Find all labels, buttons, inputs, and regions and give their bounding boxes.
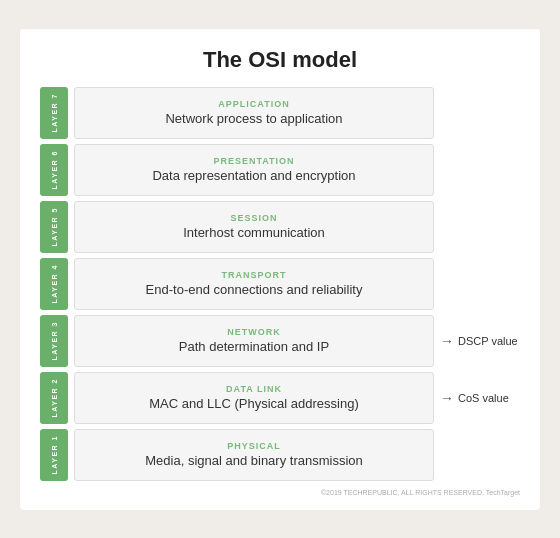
annotation-layer-3: →DSCP value xyxy=(440,333,520,349)
annotation-label: DSCP value xyxy=(458,335,518,347)
layer-tab-layer-7: Layer 7 xyxy=(40,87,68,139)
layer-row-layer-3: Layer 3NETWORKPath determination and IP→… xyxy=(40,315,520,367)
annotation-arrow: → xyxy=(440,333,454,349)
layer-desc-layer-4: End-to-end connections and reliability xyxy=(146,282,363,297)
layer-sublabel-layer-7: APPLICATION xyxy=(218,99,289,109)
annotation-arrow: → xyxy=(440,390,454,406)
layer-sublabel-layer-1: PHYSICAL xyxy=(227,441,281,451)
layer-sublabel-layer-6: PRESENTATION xyxy=(213,156,294,166)
layer-box-layer-1: PHYSICALMedia, signal and binary transmi… xyxy=(74,429,434,481)
layer-box-layer-2: DATA LINKMAC and LLC (Physical addressin… xyxy=(74,372,434,424)
layer-desc-layer-5: Interhost communication xyxy=(183,225,325,240)
layer-row-layer-2: Layer 2DATA LINKMAC and LLC (Physical ad… xyxy=(40,372,520,424)
layer-box-layer-6: PRESENTATIONData representation and encr… xyxy=(74,144,434,196)
layer-row-layer-7: Layer 7APPLICATIONNetwork process to app… xyxy=(40,87,520,139)
layer-tab-layer-6: Layer 6 xyxy=(40,144,68,196)
footer-text: ©2019 TECHREPUBLIC, ALL RIGHTS RESERVED.… xyxy=(40,489,520,496)
page-title: The OSI model xyxy=(40,47,520,73)
layer-sublabel-layer-3: NETWORK xyxy=(227,327,281,337)
layer-tab-layer-1: Layer 1 xyxy=(40,429,68,481)
layer-sublabel-layer-4: TRANSPORT xyxy=(222,270,287,280)
layer-row-layer-5: Layer 5SESSIONInterhost communication xyxy=(40,201,520,253)
layer-box-layer-5: SESSIONInterhost communication xyxy=(74,201,434,253)
annotation-layer-2: →CoS value xyxy=(440,390,520,406)
osi-model-card: The OSI model Layer 7APPLICATIONNetwork … xyxy=(20,29,540,510)
layer-box-layer-7: APPLICATIONNetwork process to applicatio… xyxy=(74,87,434,139)
layer-box-layer-3: NETWORKPath determination and IP xyxy=(74,315,434,367)
layer-tab-layer-2: Layer 2 xyxy=(40,372,68,424)
layer-desc-layer-6: Data representation and encryption xyxy=(152,168,355,183)
layer-row-layer-6: Layer 6PRESENTATIONData representation a… xyxy=(40,144,520,196)
layer-sublabel-layer-2: DATA LINK xyxy=(226,384,282,394)
layer-row-layer-1: Layer 1PHYSICALMedia, signal and binary … xyxy=(40,429,520,481)
layer-row-layer-4: Layer 4TRANSPORTEnd-to-end connections a… xyxy=(40,258,520,310)
layer-tab-layer-3: Layer 3 xyxy=(40,315,68,367)
layer-tab-layer-4: Layer 4 xyxy=(40,258,68,310)
layer-sublabel-layer-5: SESSION xyxy=(230,213,277,223)
layers-area: Layer 7APPLICATIONNetwork process to app… xyxy=(40,87,520,481)
layer-tab-layer-5: Layer 5 xyxy=(40,201,68,253)
layer-desc-layer-2: MAC and LLC (Physical addressing) xyxy=(149,396,359,411)
layer-desc-layer-3: Path determination and IP xyxy=(179,339,329,354)
layer-box-layer-4: TRANSPORTEnd-to-end connections and reli… xyxy=(74,258,434,310)
layer-desc-layer-1: Media, signal and binary transmission xyxy=(145,453,363,468)
layer-desc-layer-7: Network process to application xyxy=(165,111,342,126)
annotation-label: CoS value xyxy=(458,392,509,404)
